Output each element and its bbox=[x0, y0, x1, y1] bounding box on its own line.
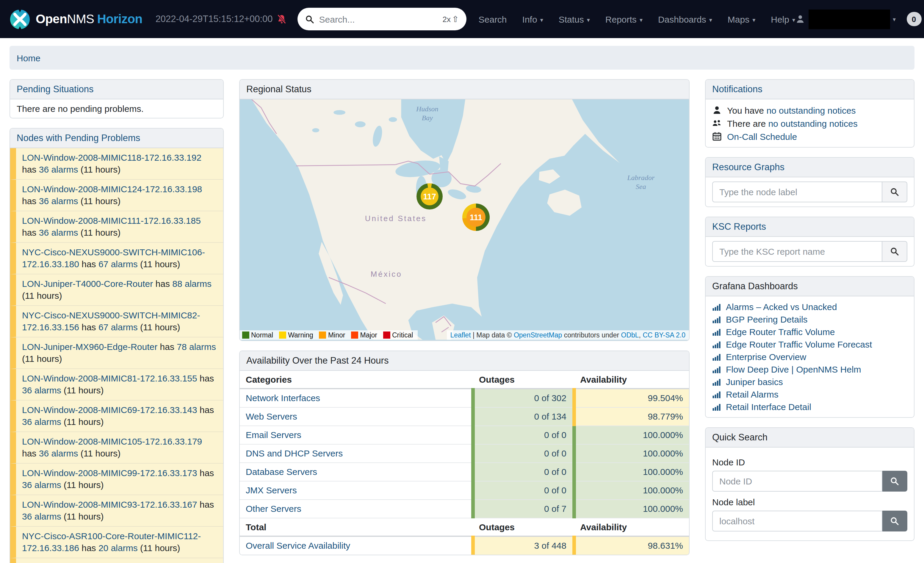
alarm-count-link[interactable]: 36 alarms bbox=[39, 164, 78, 174]
ksc-reports-title: KSC Reports bbox=[706, 217, 914, 237]
nav-menu-item[interactable]: Search bbox=[478, 14, 507, 24]
alarm-count-link[interactable]: 78 alarms bbox=[177, 342, 216, 352]
grafana-dashboard-link[interactable]: Flow Deep Dive | OpenNMS Helm bbox=[726, 364, 861, 374]
resource-graphs-input[interactable] bbox=[712, 182, 882, 202]
node-link[interactable]: LON-Juniper-MX960-Edge-Router bbox=[22, 342, 158, 352]
quick-search-panel: Quick Search Node ID N bbox=[705, 427, 915, 541]
node-label-search-button[interactable] bbox=[882, 510, 908, 531]
alarm-count-link[interactable]: 36 alarms bbox=[22, 511, 61, 521]
alarm-count-link[interactable]: 36 alarms bbox=[39, 448, 78, 458]
ksc-reports-input[interactable] bbox=[712, 241, 882, 262]
availability-row: DNS and DHCP Servers 0 of 0 100.000% bbox=[240, 444, 689, 463]
category-link[interactable]: Other Servers bbox=[246, 503, 302, 513]
category-link[interactable]: JMX Servers bbox=[246, 485, 297, 495]
username-redacted[interactable] bbox=[808, 9, 890, 29]
legend-swatch bbox=[351, 332, 358, 339]
nav-menu-item[interactable]: Maps bbox=[728, 14, 755, 24]
nav-menu-item[interactable]: Reports bbox=[605, 14, 643, 24]
has-word: has bbox=[22, 227, 36, 237]
global-search-input[interactable] bbox=[319, 14, 438, 24]
category-link[interactable]: Email Servers bbox=[246, 430, 302, 440]
nav-menu-item[interactable]: Status bbox=[559, 14, 590, 24]
node-id-input[interactable] bbox=[712, 471, 882, 492]
map-label-labrador-2: Sea bbox=[636, 183, 646, 191]
regional-status-map[interactable]: Hudson Bay Labrador Sea United States Mé… bbox=[240, 99, 689, 341]
grafana-dashboard-link[interactable]: Alarms – Acked vs Unacked bbox=[726, 302, 837, 312]
category-link[interactable]: Web Servers bbox=[246, 411, 297, 421]
all-notices-link[interactable]: no outstanding notices bbox=[768, 118, 857, 128]
node-link[interactable]: LON-Window-2008-MIMIC99-172.16.33.173 bbox=[22, 468, 197, 478]
alarm-count-link[interactable]: 67 alarms bbox=[99, 322, 138, 332]
node-label-input[interactable] bbox=[712, 510, 882, 531]
grafana-dashboard-link[interactable]: Edge Router Traffic Volume Forecast bbox=[726, 339, 872, 349]
legend-swatch bbox=[242, 332, 249, 339]
odbl-link[interactable]: ODbL bbox=[621, 332, 639, 339]
grafana-dashboard-link[interactable]: BGP Peering Details bbox=[726, 314, 808, 324]
leaflet-link[interactable]: Leaflet bbox=[450, 332, 471, 339]
map-cluster-marker[interactable]: 117 bbox=[417, 183, 442, 210]
oncall-schedule-link[interactable]: On-Call Schedule bbox=[727, 131, 797, 141]
alarm-count-link[interactable]: 67 alarms bbox=[99, 259, 138, 269]
opennms-logo[interactable]: OpenNMSHorizon bbox=[9, 9, 142, 30]
resource-graphs-search-button[interactable] bbox=[882, 182, 908, 202]
alarm-count-link[interactable]: 36 alarms bbox=[39, 227, 78, 237]
alarm-duration: (11 hours) bbox=[64, 385, 104, 395]
notifications-panel: Notifications You have no outstanding no… bbox=[705, 79, 915, 147]
has-word: has bbox=[160, 342, 174, 352]
notices-badge[interactable]: 0 bbox=[906, 12, 921, 26]
alarm-duration: (11 hours) bbox=[81, 196, 121, 206]
cc-link[interactable]: CC BY-SA 2.0 bbox=[643, 332, 686, 339]
nav-menu-item[interactable]: Info bbox=[522, 14, 543, 24]
outages-cell: 0 of 0 bbox=[473, 426, 574, 444]
nav-menu-item[interactable]: Dashboards bbox=[658, 14, 712, 24]
search-shortcut-hint: 2x ⇧ bbox=[442, 14, 459, 24]
grafana-dashboard-item: Retail Interface Detail bbox=[712, 401, 908, 413]
alarm-count-link[interactable]: 36 alarms bbox=[22, 385, 61, 395]
has-word: has bbox=[81, 259, 96, 269]
nav-menu-item[interactable]: Help bbox=[771, 14, 795, 24]
alarm-count-link[interactable]: 36 alarms bbox=[22, 480, 61, 490]
node-link[interactable]: LON-Window-2008-MIMIC81-172.16.33.155 bbox=[22, 373, 197, 383]
node-link[interactable]: LON-Window-2008-MIMIC111-172.16.33.185 bbox=[22, 215, 201, 225]
alarm-duration: (11 hours) bbox=[22, 290, 62, 300]
pending-node-row: LON-Window-2008-MIMIC124-172.16.33.198 h… bbox=[10, 180, 223, 211]
user-menu-caret-icon[interactable]: ▾ bbox=[893, 16, 896, 23]
alarm-count-link[interactable]: 36 alarms bbox=[22, 417, 61, 427]
brand-text: OpenNMSHorizon bbox=[36, 12, 142, 26]
page-content: Home Pending Situations There are no pen… bbox=[0, 38, 924, 563]
node-link[interactable]: LON-Window-2008-MIMIC69-172.16.33.143 bbox=[22, 405, 197, 415]
notifications-muted-icon[interactable] bbox=[277, 14, 287, 24]
category-link[interactable]: Network Interfaces bbox=[246, 393, 320, 403]
category-link[interactable]: DNS and DHCP Servers bbox=[246, 448, 343, 458]
availability-row: Database Servers 0 of 0 100.000% bbox=[240, 463, 689, 481]
opennms-logo-icon bbox=[9, 9, 30, 30]
grafana-dashboard-link[interactable]: Juniper basics bbox=[726, 377, 783, 387]
alarm-count-link[interactable]: 36 alarms bbox=[39, 196, 78, 206]
pending-node-row: LON-Window-2008-MIMIC105-172.16.33.179 h… bbox=[10, 432, 223, 464]
ksc-reports-search-button[interactable] bbox=[882, 241, 908, 262]
node-link[interactable]: LON-Window-2008-MIMIC118-172.16.33.192 bbox=[22, 152, 201, 162]
grafana-dashboard-link[interactable]: Retail Interface Detail bbox=[726, 402, 811, 412]
legend-item: Warning bbox=[279, 332, 313, 339]
overall-availability-link[interactable]: Overall Service Availability bbox=[246, 540, 350, 551]
node-link[interactable]: LON-Window-2008-MIMIC105-172.16.33.179 bbox=[22, 436, 202, 446]
grafana-dashboard-link[interactable]: Enterprise Overview bbox=[726, 352, 806, 362]
category-link[interactable]: Database Servers bbox=[246, 467, 317, 477]
grafana-dashboard-link[interactable]: Edge Router Traffic Volume bbox=[726, 327, 835, 337]
top-navbar: OpenNMSHorizon 2022-04-29T15:15:12+00:00… bbox=[0, 0, 924, 38]
node-link[interactable]: LON-Window-2008-MIMIC124-172.16.33.198 bbox=[22, 184, 202, 194]
all-notices-row: There are no outstanding notices bbox=[712, 117, 908, 130]
node-id-search-button[interactable] bbox=[882, 471, 908, 492]
has-word: has bbox=[200, 373, 214, 383]
breadcrumb-home-link[interactable]: Home bbox=[16, 53, 40, 63]
node-link[interactable]: LON-Window-2008-MIMIC93-172.16.33.167 bbox=[22, 499, 197, 509]
resource-graphs-title: Resource Graphs bbox=[706, 158, 914, 177]
node-link[interactable]: LON-Juniper-T4000-Core-Router bbox=[22, 279, 153, 289]
user-notices-link[interactable]: no outstanding notices bbox=[766, 105, 856, 115]
map-cluster-marker[interactable]: 111 bbox=[462, 204, 490, 231]
grafana-dashboard-link[interactable]: Retail Alarms bbox=[726, 389, 778, 399]
alarm-count-link[interactable]: 88 alarms bbox=[172, 279, 212, 289]
osm-link[interactable]: OpenStreetMap bbox=[514, 332, 562, 339]
server-timestamp: 2022-04-29T15:15:12+00:00 bbox=[156, 14, 273, 24]
alarm-count-link[interactable]: 20 alarms bbox=[99, 543, 138, 553]
